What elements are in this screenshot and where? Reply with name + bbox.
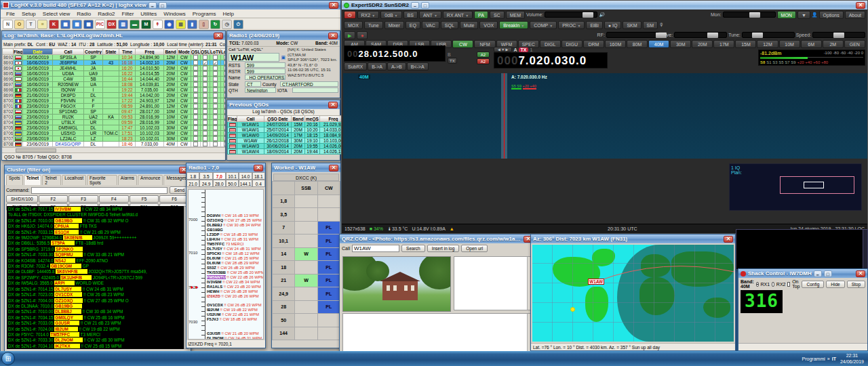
tune-slider[interactable] [742, 32, 795, 38]
cw-decoded-text[interactable] [738, 231, 861, 268]
notes-icon[interactable]: ≡ [37, 20, 47, 29]
logbook-icon[interactable]: ▦ [60, 20, 71, 29]
taskbar-clock[interactable]: 22:31 24/06/2019 [840, 352, 867, 365]
options-button[interactable]: Options [819, 11, 844, 19]
clock-icon[interactable]: ◷ [222, 20, 232, 29]
qsl-checkbox[interactable] [203, 82, 208, 87]
cluster-tab-localhost[interactable]: Localhost [62, 175, 86, 185]
qsl-checkbox[interactable] [203, 125, 208, 130]
mode-button-cw[interactable]: CW [452, 40, 473, 48]
close-button[interactable]: ✕ [329, 2, 338, 9]
bandmap-spot[interactable]: DL6UM !! CW 28 dB 29 WPM [207, 261, 259, 265]
band-button-17m[interactable]: 17M [713, 40, 734, 48]
qsl-checkbox[interactable] [203, 136, 208, 141]
menu-item[interactable]: Radio [74, 11, 94, 17]
bandmap-band-button[interactable]: 0.4 [252, 180, 265, 187]
log-qso-row[interactable]: 870423/06/2019UT8LXUR09:5928.016,9910MCW… [3, 120, 226, 125]
log-column-header[interactable]: Mode [178, 49, 191, 55]
worked-table[interactable]: SSBCW1,83,57PL10,1PL14WPL18PL21WPL24,9PL… [272, 181, 340, 340]
qrz-openurl-button[interactable]: Open url [461, 245, 488, 252]
rx1-radio[interactable] [756, 282, 759, 287]
log-qso-row[interactable]: 869316/06/2019JE6RPMJA4316:1814.002,1020… [3, 60, 226, 66]
log-column-header[interactable]: Date [23, 49, 53, 55]
qsl-checkbox[interactable] [203, 98, 208, 103]
qrz-titlebar[interactable]: QRZ.COM - <Photo: https://s3.amazonaws.c… [340, 235, 535, 243]
bandmap-spot[interactable]: TM57FFC 73 MERCI [207, 242, 243, 246]
log-qso-row[interactable]: 870823/06/2019DK4SG/QRPDL18:467.033,0040… [3, 142, 226, 147]
menu-item[interactable]: Filter [119, 11, 137, 17]
antenna-icon[interactable]: ↟ [153, 20, 163, 29]
qsl-checkbox[interactable]: ✓ [224, 60, 225, 65]
bandmap-spot[interactable]: I4EWH !! CW 26 dB 28 WPM [207, 289, 258, 293]
qsl-checkbox[interactable] [213, 87, 218, 92]
cluster-tab-favorite-spots[interactable]: Favorite Spots [87, 175, 117, 185]
sdr-button-skm[interactable]: SKM [623, 21, 641, 29]
bandmap-band-button[interactable]: 3.5 [199, 172, 212, 180]
qsl-checkbox[interactable] [203, 115, 208, 119]
rsts-input[interactable]: 599 [245, 62, 285, 68]
state-input[interactable]: CT [245, 81, 261, 87]
log-column-header[interactable]: QSLS [201, 49, 210, 55]
warning-icon[interactable]: ▲ [450, 226, 454, 231]
qsl-checkbox[interactable] [203, 66, 208, 70]
qsl-checkbox[interactable] [213, 98, 218, 103]
band-button-40m[interactable]: 40M [648, 40, 669, 48]
band-button-6m[interactable]: 6M [801, 40, 822, 48]
qsl-checkbox[interactable] [203, 87, 208, 92]
qsl-checkbox[interactable] [213, 77, 218, 81]
qsl-checkbox[interactable] [213, 66, 218, 70]
log-qso-row[interactable]: 869516/06/2019UD8AUA916:2214.014,5520MCW… [3, 71, 226, 77]
fkey-button[interactable]: F2 [39, 195, 68, 203]
prev-qso-row[interactable]: W1AW/014/09/201417M18:1518.084,91 [228, 133, 347, 138]
qsl-checkbox[interactable] [213, 71, 218, 76]
sdr-button-rx2[interactable]: RX2▼ [357, 11, 380, 19]
qsl-checkbox[interactable]: ✓ [224, 115, 225, 119]
shack-maximize-button[interactable]: □ [824, 270, 832, 277]
qrz-insert-button[interactable]: Insert in log [427, 245, 460, 252]
stop-button[interactable]: Stop [847, 281, 865, 288]
bandmap-spot[interactable]: DL6UM !! CW 21 dB 25 WPM [207, 256, 259, 260]
worked-titlebar[interactable]: Worked - W1AW ✕ [272, 163, 340, 172]
log-qso-row[interactable]: 870022/06/2019F5VMNF17:2224.903,9712MCW✓ [3, 98, 226, 104]
qsl-checkbox[interactable]: ✓ [224, 136, 225, 141]
qsl-checkbox[interactable]: ✓ [224, 104, 225, 108]
sdr-button-eq[interactable]: EQ [406, 21, 420, 29]
prev-close-button[interactable]: ✕ [328, 102, 338, 108]
sdr-button-sql[interactable]: SQL [441, 21, 458, 29]
sdr-button-eibi[interactable]: EiBi [586, 21, 602, 29]
sdr-button-sc[interactable]: SC [490, 11, 505, 19]
speaker-icon[interactable]: 🔊 [599, 12, 605, 18]
loghx-titlebar[interactable]: LogHX v.3.0 build 480 (SFI:67 A=12 K=2) … [1, 1, 340, 9]
qsl-checkbox[interactable]: ✓ [224, 120, 225, 125]
log-titlebar[interactable]: Log: iw7dmh. Base: L:\LogHX\Log\iw7dmh.H… [2, 31, 225, 40]
qsl-checkbox[interactable]: ✓ [224, 109, 225, 114]
worked-row[interactable]: 10,1PL [273, 235, 340, 248]
bandmap-band-button[interactable]: 28.0 [213, 180, 226, 187]
radio1-close-button[interactable]: ✕ [328, 33, 338, 39]
qsl-checkbox[interactable] [213, 136, 218, 141]
sdr-button-0db[interactable]: 0dB▼ [380, 11, 401, 19]
bandmap-band-button[interactable]: 18.1 [252, 172, 265, 180]
qth-input[interactable]: Newington [245, 87, 276, 93]
subrx-button-ab[interactable]: A->B [387, 62, 406, 70]
qsl-checkbox[interactable] [213, 125, 218, 130]
shack-titlebar[interactable]: Shack Control - IW7DMH – □ ✕ [738, 269, 867, 278]
worked-row[interactable]: 28PL [273, 300, 340, 314]
qsl-checkbox[interactable] [193, 115, 198, 119]
open-icon[interactable]: O [14, 20, 24, 29]
qsl-checkbox[interactable]: ✓ [224, 131, 225, 136]
log-qso-row[interactable]: 869821/06/2019I5QNWI19:227.035,0040MCW✓ [3, 87, 226, 93]
volume-slider[interactable] [545, 12, 597, 18]
sdr-button-vox[interactable]: VOX [479, 21, 498, 29]
bandmap-band-button[interactable]: 14.0 [239, 172, 252, 180]
lotw-icon[interactable]: K [49, 20, 59, 29]
sdr-button-mixer[interactable]: Mixer [384, 21, 404, 29]
qsl-checkbox[interactable]: ✓ [224, 55, 225, 60]
log-column-header[interactable] [3, 49, 14, 55]
rx2-radio[interactable] [772, 282, 774, 287]
qrz-call-input[interactable]: W1AW [352, 245, 399, 252]
mon-button[interactable]: MON [777, 11, 796, 19]
prev-qso-row[interactable]: W1AW/124/07/201415M20:1621.029,92 [228, 122, 347, 127]
fkey-button[interactable]: F5 [130, 195, 159, 203]
bandmap-spot[interactable]: US2UM !! CW 22 dB 21 WPM [207, 312, 259, 317]
